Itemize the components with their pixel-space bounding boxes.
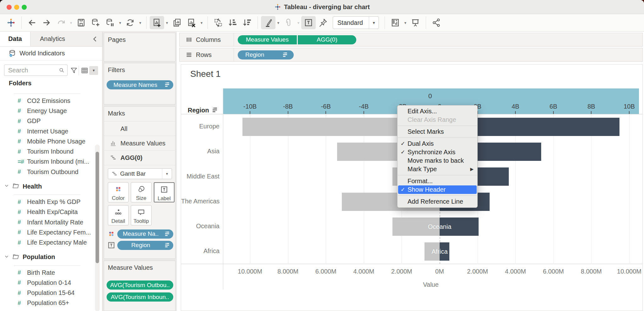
new-data-source-button[interactable] <box>88 16 103 29</box>
field-item[interactable]: #Population 65+ <box>0 298 94 308</box>
pill-agg0[interactable]: AGG(0) <box>298 35 356 44</box>
field-item[interactable]: #Health Exp % GDP <box>0 197 94 207</box>
chevron-down-icon[interactable]: ▾ <box>68 20 74 25</box>
share-button[interactable] <box>429 16 444 29</box>
chevron-down-icon[interactable]: ▾ <box>275 20 281 25</box>
pill-measure-names-color[interactable]: Measure Na.. <box>117 229 173 239</box>
bottom-axis-tick-label: 0M <box>435 268 444 275</box>
swap-rows-and-columns-button[interactable] <box>211 16 225 29</box>
save-button[interactable] <box>74 16 88 29</box>
pill-avg-tourism-inbound[interactable]: AVG(Tourism Inboun.. <box>107 292 173 302</box>
menu-item-edit-axis[interactable]: Edit Axis... <box>398 107 477 116</box>
pill-region[interactable]: Region <box>238 50 294 59</box>
pages-title: Pages <box>104 33 175 43</box>
detail-button[interactable]: Detail <box>108 205 129 225</box>
sort-desc-icon <box>242 18 252 27</box>
tab-analytics[interactable]: Analytics <box>31 32 75 46</box>
chevron-down-icon[interactable]: ▾ <box>164 20 170 25</box>
field-item[interactable]: #Mobile Phone Usage <box>0 136 94 146</box>
field-item[interactable]: #Population 0-14 <box>0 278 94 288</box>
duplicate-sheet-button[interactable] <box>170 16 184 29</box>
region-column-header[interactable]: Region <box>188 106 217 114</box>
field-item[interactable]: #Infant Mortality Rate <box>0 217 94 227</box>
filter-pill-measure-names[interactable]: Measure Names <box>107 80 173 89</box>
folder-item-population[interactable]: Population <box>0 251 94 263</box>
sort-descending-button[interactable] <box>240 16 254 29</box>
datasource-item[interactable]: World Indicators <box>0 47 102 60</box>
run-auto-updates-button[interactable] <box>123 16 137 29</box>
sort-ascending-button[interactable] <box>225 16 240 29</box>
pages-card[interactable]: Pages <box>104 33 175 61</box>
redo-button[interactable] <box>54 16 68 29</box>
tableau-logo-button[interactable] <box>4 16 18 29</box>
highlight-button[interactable] <box>261 16 275 29</box>
new-worksheet-button[interactable] <box>150 16 164 29</box>
field-item[interactable]: =#Tourism Inbound (mi... <box>0 157 94 167</box>
measure-values-title: Measure Values <box>104 261 175 271</box>
chevron-down-icon[interactable]: ▾ <box>296 20 301 25</box>
show-mark-labels-button[interactable] <box>301 16 316 29</box>
clear-sheet-button[interactable] <box>184 16 199 29</box>
marks-tab-all[interactable]: All <box>104 121 175 136</box>
marks-tab-measure-values[interactable]: Measure Values <box>104 136 175 150</box>
chevron-down-icon[interactable]: ▾ <box>402 20 408 25</box>
mark-type-select[interactable]: Gantt Bar ▾ <box>108 168 172 179</box>
back-button[interactable] <box>25 16 39 29</box>
menu-item-synchronize-axis[interactable]: ✓Synchronize Axis <box>398 148 477 156</box>
chevron-down-icon[interactable]: ▾ <box>137 20 143 25</box>
forward-button[interactable] <box>39 16 54 29</box>
presentation-mode-button[interactable] <box>408 16 423 29</box>
tab-data[interactable]: Data <box>0 32 31 46</box>
pill-region-label[interactable]: Region <box>117 241 173 250</box>
menu-item-format[interactable]: Format... <box>398 177 477 185</box>
menu-item-move-marks-to-back[interactable]: Move marks to back <box>398 156 477 165</box>
fix-axes-button[interactable] <box>316 16 330 29</box>
row-label: Asia <box>181 139 219 164</box>
menu-item-add-reference-line[interactable]: Add Reference Line <box>398 197 477 206</box>
search-input[interactable] <box>8 66 56 75</box>
label-button[interactable]: Label <box>154 182 175 202</box>
field-item[interactable]: #Tourism Outbound <box>0 167 94 177</box>
view-data-grid-icon[interactable] <box>80 66 89 75</box>
menu-item-mark-type[interactable]: Mark Type▶ <box>398 165 477 173</box>
field-item[interactable]: #Internet Usage <box>0 126 94 136</box>
field-item[interactable]: #Tourism Inbound <box>0 146 94 156</box>
chevron-down-icon[interactable] <box>4 254 12 261</box>
format-link-button[interactable] <box>281 16 296 29</box>
show-me-button[interactable] <box>388 16 402 29</box>
chevron-down-icon[interactable] <box>4 183 12 190</box>
menu-item-dual-axis[interactable]: ✓Dual Axis <box>398 139 477 148</box>
marks-tab-agg0[interactable]: AGG(0) <box>104 150 175 165</box>
color-button[interactable]: Color <box>108 182 129 202</box>
size-button[interactable]: Size <box>131 182 152 202</box>
pill-avg-tourism-outbound[interactable]: AVG(Tourism Outbou.. <box>107 280 173 290</box>
rows-shelf[interactable]: Rows Region <box>179 48 643 62</box>
pause-auto-updates-button[interactable] <box>103 16 117 29</box>
field-item[interactable]: #Birth Rate <box>0 268 94 278</box>
menu-item-select-marks[interactable]: Select Marks <box>398 127 477 136</box>
filters-card[interactable]: Filters Measure Names <box>104 63 175 105</box>
pane-options-dropdown[interactable]: ▾ <box>89 66 98 75</box>
chevron-down-icon[interactable]: ▾ <box>199 20 204 25</box>
filter-fields-icon[interactable] <box>70 66 78 75</box>
pill-measure-values[interactable]: Measure Values <box>238 35 297 44</box>
menu-item-clear-axis-range[interactable]: Clear Axis Range <box>398 116 477 124</box>
gridline <box>515 114 516 264</box>
field-item[interactable]: #Health Exp/Capita <box>0 207 94 217</box>
marks-pill-row: Measure Na.. <box>107 229 173 239</box>
menu-item-show-header[interactable]: ✓Show Header <box>398 185 477 194</box>
folder-item-health[interactable]: Health <box>0 180 94 193</box>
field-label: Tourism Outbound <box>27 168 78 176</box>
field-item[interactable]: #Life Expectancy Male <box>0 238 94 248</box>
tooltip-button[interactable]: Tooltip <box>131 205 152 225</box>
fit-mode-select[interactable]: Standard▾ <box>333 16 379 29</box>
field-item[interactable]: #CO2 Emissions <box>0 96 94 106</box>
sidebar-scrollbar-thumb[interactable] <box>96 152 99 263</box>
columns-shelf[interactable]: Columns Measure Values AGG(0) <box>179 33 643 47</box>
field-item[interactable]: #Life Expectancy Fem... <box>0 227 94 237</box>
field-item[interactable]: #Energy Usage <box>0 106 94 116</box>
chevron-down-icon[interactable]: ▾ <box>117 20 123 25</box>
field-item[interactable]: #Population 15-64 <box>0 288 94 298</box>
collapse-pane-icon[interactable] <box>91 35 99 43</box>
field-item[interactable]: #GDP <box>0 116 94 126</box>
